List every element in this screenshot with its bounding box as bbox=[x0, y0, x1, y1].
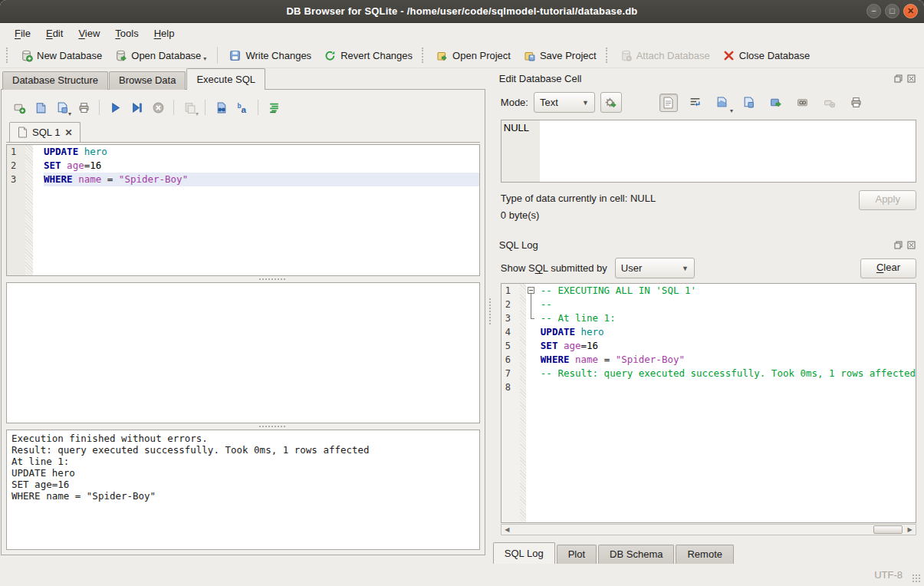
close-dock-icon[interactable] bbox=[906, 74, 916, 84]
maximize-button[interactable]: □ bbox=[885, 4, 899, 18]
new-database-button[interactable]: New Database bbox=[14, 46, 108, 65]
code-line: SET age=16 bbox=[541, 339, 916, 353]
line-number-gutter: 12345678 bbox=[501, 284, 520, 522]
window-title: DB Browser for SQLite - /home/user/code/… bbox=[0, 5, 924, 17]
fold-margin[interactable] bbox=[526, 284, 538, 522]
execute-line-icon[interactable] bbox=[128, 99, 145, 116]
tab-browse-data[interactable]: Browse Data bbox=[109, 71, 186, 90]
new-sql-tab-icon[interactable] bbox=[11, 99, 28, 116]
database-new-icon bbox=[20, 49, 33, 62]
sql-log-title: SQL Log bbox=[499, 239, 538, 251]
remove-icon[interactable] bbox=[820, 94, 839, 112]
write-changes-icon bbox=[229, 49, 242, 62]
execute-all-icon[interactable] bbox=[107, 99, 123, 116]
attach-database-button[interactable]: Attach Database bbox=[613, 46, 716, 65]
margin-hatch bbox=[25, 145, 33, 275]
dock-tab-sql-log[interactable]: SQL Log bbox=[493, 542, 555, 564]
minimize-button[interactable]: − bbox=[866, 4, 881, 18]
resize-grip[interactable] bbox=[912, 574, 922, 584]
printable-text-icon[interactable]: ba bbox=[234, 99, 251, 116]
export-file-icon[interactable] bbox=[740, 94, 758, 112]
float-dock-icon[interactable] bbox=[893, 74, 903, 84]
save-project-button[interactable]: Save Project bbox=[517, 46, 603, 65]
log-horizontal-scrollbar[interactable]: ◀ ▶ bbox=[501, 524, 916, 535]
main-toolbar: New Database Open Database ▾ Write Chang… bbox=[0, 43, 924, 68]
chevron-down-icon: ▼ bbox=[682, 265, 689, 272]
code-line: WHERE name = "Spider-Boy" bbox=[541, 353, 916, 367]
import-file-icon[interactable]: ▾ bbox=[713, 94, 732, 112]
save-sql-file-icon[interactable]: ▾ bbox=[54, 99, 71, 116]
stop-icon[interactable] bbox=[150, 99, 166, 116]
scrollbar-thumb[interactable] bbox=[873, 525, 903, 534]
tab-database-structure[interactable]: Database Structure bbox=[2, 71, 108, 90]
menu-file[interactable]: File bbox=[8, 25, 38, 41]
code-line: UPDATE hero bbox=[541, 325, 916, 339]
code-line: WHERE name = "Spider-Boy" bbox=[44, 173, 479, 186]
apply-button[interactable]: Apply bbox=[859, 190, 916, 210]
titlebar[interactable]: DB Browser for SQLite - /home/user/code/… bbox=[0, 0, 924, 23]
sql-document-icon bbox=[18, 127, 28, 138]
mode-select[interactable]: Text▼ bbox=[534, 92, 595, 113]
word-wrap-icon[interactable] bbox=[686, 94, 705, 112]
code-line: -- Result: query executed successfully. … bbox=[541, 367, 916, 380]
toolbar-drag-handle[interactable] bbox=[6, 48, 11, 63]
sql-file-tab[interactable]: SQL 1 ✕ bbox=[9, 122, 81, 142]
open-sql-file-icon[interactable] bbox=[32, 99, 49, 116]
revert-changes-button[interactable]: Revert Changes bbox=[317, 46, 419, 65]
log-filter-select[interactable]: User▼ bbox=[615, 258, 695, 278]
edit-cell-dock-header: Edit Database Cell bbox=[493, 70, 918, 87]
menu-edit[interactable]: Edit bbox=[39, 25, 70, 41]
results-grid[interactable] bbox=[6, 282, 480, 423]
open-database-button[interactable]: Open Database ▾ bbox=[108, 46, 212, 65]
code-area: UPDATE heroSET age=16WHERE name = "Spide… bbox=[33, 145, 479, 275]
open-project-button[interactable]: Open Project bbox=[429, 46, 517, 65]
panes-splitter[interactable] bbox=[486, 68, 493, 564]
find-replace-icon[interactable] bbox=[212, 99, 229, 116]
auto-apply-icon[interactable] bbox=[600, 92, 622, 113]
code-area: -- EXECUTING ALL IN 'SQL 1'---- At line … bbox=[538, 284, 916, 522]
database-open-icon bbox=[114, 49, 127, 62]
line-number-gutter: 123 bbox=[7, 145, 25, 275]
export-link-icon[interactable] bbox=[767, 94, 785, 112]
menu-view[interactable]: View bbox=[71, 25, 107, 41]
message-line: UPDATE hero bbox=[12, 467, 475, 479]
results-message-splitter[interactable] bbox=[6, 423, 480, 430]
close-button[interactable]: ✕ bbox=[903, 4, 918, 18]
sql-log-view[interactable]: 12345678-- EXECUTING ALL IN 'SQL 1'---- … bbox=[501, 283, 916, 523]
cell-size-info: 0 byte(s) bbox=[501, 207, 656, 224]
write-changes-button[interactable]: Write Changes bbox=[222, 46, 317, 65]
revert-changes-icon bbox=[324, 49, 337, 62]
open-project-icon bbox=[436, 49, 449, 62]
encoding-indicator: UTF-8 bbox=[874, 569, 903, 581]
clear-log-button[interactable]: Clear bbox=[860, 258, 916, 278]
execute-sql-pane: ▾ ▾ ba SQL 1 bbox=[1, 89, 485, 555]
close-dock-icon[interactable] bbox=[906, 240, 916, 250]
execution-message-box[interactable]: Execution finished without errors.Result… bbox=[6, 430, 480, 550]
cell-editor-gutter: NULL bbox=[501, 120, 540, 182]
sql-editor[interactable]: 123UPDATE heroSET age=16WHERE name = "Sp… bbox=[6, 144, 480, 276]
paste-disabled-icon[interactable]: ▾ bbox=[181, 99, 198, 116]
dock-tab-bar: SQL LogPlotDB SchemaRemote bbox=[493, 541, 918, 564]
scroll-left-icon[interactable]: ◀ bbox=[501, 525, 513, 535]
fold-collapse-icon[interactable] bbox=[528, 287, 534, 294]
tab-execute-sql[interactable]: Execute SQL bbox=[186, 68, 265, 90]
dock-tab-db-schema[interactable]: DB Schema bbox=[598, 545, 674, 564]
menu-tools[interactable]: Tools bbox=[108, 25, 145, 41]
dock-tab-plot[interactable]: Plot bbox=[557, 545, 597, 564]
print-cell-icon[interactable] bbox=[847, 94, 866, 112]
print-icon[interactable] bbox=[75, 99, 92, 116]
dock-tab-remote[interactable]: Remote bbox=[676, 545, 734, 564]
cell-type-info: Type of data currently in cell: NULL bbox=[501, 190, 656, 207]
code-line: SET age=16 bbox=[44, 159, 479, 173]
format-sql-icon[interactable] bbox=[265, 99, 282, 116]
set-link-icon[interactable] bbox=[794, 94, 812, 112]
cell-editor[interactable]: NULL bbox=[501, 120, 916, 183]
menu-help[interactable]: Help bbox=[147, 25, 182, 41]
text-mode-icon[interactable] bbox=[659, 94, 678, 112]
close-tab-icon[interactable]: ✕ bbox=[64, 127, 72, 138]
editor-results-splitter[interactable] bbox=[6, 276, 480, 282]
float-dock-icon[interactable] bbox=[893, 240, 903, 250]
chevron-down-icon[interactable]: ▾ bbox=[203, 55, 206, 62]
scroll-right-icon[interactable]: ▶ bbox=[904, 525, 916, 535]
close-database-button[interactable]: Close Database bbox=[716, 46, 817, 65]
